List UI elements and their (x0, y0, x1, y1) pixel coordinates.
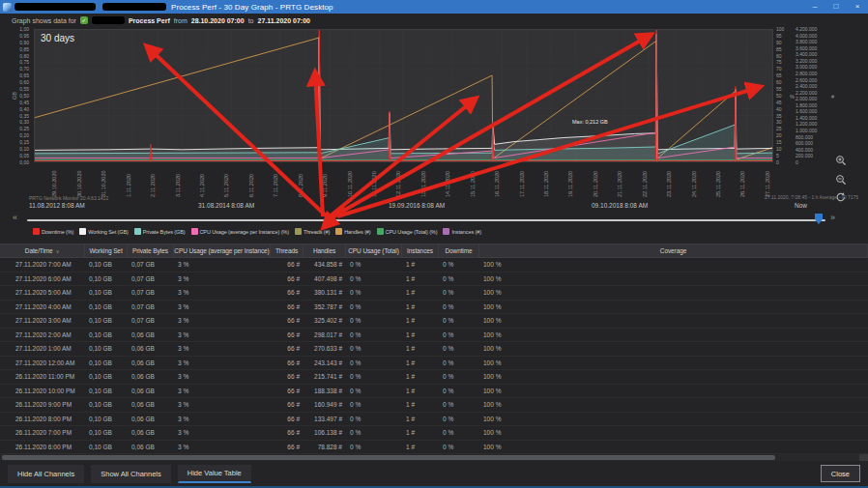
table-cell: 26.11.2020 8:00 PM (0, 413, 85, 426)
percent-tick: 80 (776, 53, 789, 59)
percent-tick: 20 (776, 132, 789, 138)
gb-tick: 0,90 (0, 40, 29, 45)
column-header[interactable]: Date/Time∨ (0, 244, 85, 257)
app-icon (3, 3, 12, 12)
graph-series-canvas (35, 30, 772, 161)
table-cell: 3 % (174, 426, 271, 440)
count-tick: 3.400.000 (796, 51, 827, 57)
hide-all-channels-button[interactable]: Hide All Channels (8, 465, 84, 483)
legend-item-cpu[interactable]: CPU Usage (average per Instance) (%) (191, 228, 289, 235)
table-cell: 1 # (402, 314, 439, 328)
x-axis-date-label: 2.11.2020 (150, 174, 156, 197)
maximize-button[interactable]: □ (825, 0, 847, 14)
legend-swatch (335, 228, 342, 235)
close-window-button[interactable]: × (847, 0, 868, 14)
x-axis-date-label: 5.11.2020 (223, 174, 229, 197)
table-cell: 380.131 # (304, 286, 346, 300)
table-cell: 1 # (402, 286, 439, 300)
table-cell: 66 # (271, 258, 304, 272)
table-cell: 1 # (402, 342, 439, 356)
x-axis-date-label: 26.11.2020 (739, 171, 745, 197)
percent-tick: 35 (776, 113, 789, 119)
table-row: 26.11.2020 9:00 PM0,10 GB0,06 GB3 %66 #1… (0, 398, 868, 413)
table-cell: 215.741 # (304, 370, 346, 384)
table-cell: 0 % (439, 441, 479, 454)
graph-plot-area[interactable]: 30 days Max: 0,212 GB (34, 29, 773, 162)
legend-item-handles[interactable]: Handles (#) (335, 228, 370, 235)
minimize-button[interactable]: – (804, 0, 825, 14)
gb-tick: 0,35 (0, 113, 29, 119)
legend-label: Downtime (%) (42, 229, 73, 235)
count-tick: 400.000 (796, 147, 827, 153)
column-header[interactable]: Working Set (85, 244, 128, 257)
table-cell: 66 # (271, 413, 304, 426)
legend-item-downtime[interactable]: Downtime (%) (33, 228, 73, 235)
table-cell: 352.787 # (304, 301, 346, 314)
x-axis-date-label: 4.11.2020 (199, 174, 205, 197)
x-axis-date-label: 13.11.2020 (420, 171, 426, 197)
timeline-slider-track[interactable] (27, 219, 825, 221)
table-cell: 0,10 GB (85, 273, 128, 286)
horizontal-scrollbar-thumb[interactable] (2, 455, 775, 460)
timeline-prev-icon[interactable]: « (13, 213, 17, 222)
table-cell: 26.11.2020 11:00 PM (0, 370, 85, 384)
legend-item-working[interactable]: Working Set (GB) (79, 228, 128, 235)
x-axis-date-label: 14.11.2020 (445, 171, 450, 197)
window-title: Process Perf - 30 Day Graph - PRTG Deskt… (171, 3, 333, 12)
column-header[interactable]: Handles (304, 244, 346, 257)
table-row: 27.11.2020 3:00 AM0,10 GB0,07 GB3 %66 #3… (0, 314, 868, 329)
table-cell: 1 # (402, 398, 439, 412)
count-axis-unit: # (831, 94, 834, 100)
column-header-label: Coverage (660, 247, 686, 254)
table-cell: 0,10 GB (85, 329, 128, 342)
zoom-out-icon[interactable] (835, 174, 847, 186)
table-cell: 66 # (271, 370, 304, 384)
column-header[interactable]: Downtime (439, 244, 479, 257)
count-tick: 1.000.000 (796, 128, 827, 133)
legend-item-instances[interactable]: Instances (#) (443, 228, 481, 235)
close-button[interactable]: Close (821, 465, 860, 482)
table-cell: 26.11.2020 10:00 PM (0, 385, 85, 398)
table-cell: 78.828 # (304, 441, 346, 454)
hide-value-table-button[interactable]: Hide Value Table (178, 465, 251, 483)
table-cell: 0,10 GB (85, 385, 128, 398)
column-header[interactable]: Coverage (479, 244, 868, 257)
table-cell: 0,06 GB (128, 385, 174, 398)
column-header-label: Threads (275, 247, 298, 254)
table-cell: 0 % (346, 385, 402, 398)
legend-label: Threads (#) (304, 229, 330, 235)
gb-tick: 0,40 (0, 106, 29, 112)
x-axis-date-label: 29.10.2020 (51, 170, 57, 197)
table-cell: 0 % (439, 370, 479, 384)
column-header[interactable]: Instances (402, 244, 439, 257)
legend-label: Working Set (GB) (88, 229, 128, 235)
show-all-channels-button[interactable]: Show All Channels (91, 465, 171, 483)
legend-item-threads[interactable]: Threads (#) (295, 228, 330, 235)
to-datetime: 27.11.2020 07:00 (257, 17, 310, 24)
table-cell: 1 # (402, 329, 439, 342)
x-axis-date-label: 6.11.2020 (248, 174, 254, 197)
legend-item-private[interactable]: Private Bytes (GB) (134, 228, 186, 235)
table-cell: 27.11.2020 4:00 AM (0, 301, 85, 314)
column-header[interactable]: CPU Usage (Total) (346, 244, 402, 257)
column-header[interactable]: Private Bytes (128, 244, 174, 257)
table-cell: 0,06 GB (128, 398, 174, 412)
timeline-slider-handle[interactable] (815, 214, 823, 224)
legend-item-cpu[interactable]: CPU Usage (Total) (%) (377, 228, 438, 235)
x-axis-date-label: 17.11.2020 (519, 171, 525, 197)
zoom-in-icon[interactable] (835, 155, 847, 166)
sensor-ok-icon: ✓ (80, 16, 88, 24)
bottom-toolbar: Hide All Channels Show All Channels Hide… (0, 461, 868, 486)
table-cell: 66 # (271, 398, 304, 412)
gb-tick: 0,00 (0, 159, 29, 165)
table-cell: 0 % (346, 258, 402, 272)
timeline-next-icon[interactable]: » (830, 213, 835, 222)
column-header[interactable]: Threads (271, 244, 304, 257)
table-cell: 0,10 GB (85, 342, 128, 356)
column-header[interactable]: CPU Usage (average per Instance) (174, 244, 271, 257)
table-cell: 100 % (479, 258, 868, 272)
table-cell: 0,07 GB (128, 286, 174, 300)
table-cell: 100 % (479, 273, 868, 286)
table-cell: 0 % (346, 314, 402, 328)
count-tick: 3.000.000 (796, 64, 827, 70)
